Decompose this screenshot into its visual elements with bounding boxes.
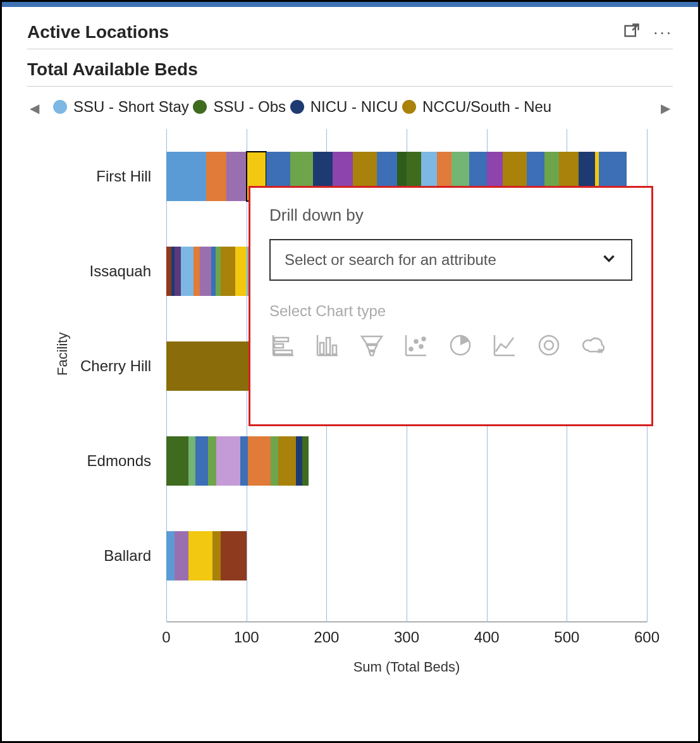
bar-segment[interactable] <box>302 436 309 486</box>
bar-segment[interactable] <box>278 436 296 486</box>
chart-type-pie-icon[interactable] <box>446 331 474 362</box>
y-tick-label: First Hill <box>96 168 151 185</box>
legend-item[interactable]: NCCU/South - Neu <box>402 98 551 116</box>
x-tick-label: 400 <box>474 629 500 646</box>
svg-marker-12 <box>362 336 382 344</box>
chart-type-donut-icon[interactable] <box>535 331 563 362</box>
x-axis-title: Sum (Total Beds) <box>166 659 647 675</box>
chart-title: Total Available Beds <box>27 59 673 80</box>
bar-row[interactable] <box>166 436 309 486</box>
bar-segment[interactable] <box>166 531 175 580</box>
bar-segment[interactable] <box>212 531 221 580</box>
legend-swatch <box>53 100 67 114</box>
chart-type-line-icon[interactable] <box>491 331 519 362</box>
legend-prev-icon[interactable]: ◀ <box>27 101 42 116</box>
bar-segment[interactable] <box>166 152 206 201</box>
x-axis-labels: 0100200300400500600 <box>166 629 647 654</box>
svg-rect-6 <box>274 350 292 354</box>
legend-label: NICU - NICU <box>310 98 398 116</box>
svg-rect-4 <box>274 338 288 341</box>
svg-point-18 <box>415 340 418 343</box>
bar-segment[interactable] <box>166 436 188 486</box>
bar-segment[interactable] <box>221 531 247 580</box>
chart-type-scatter-icon[interactable] <box>402 331 430 362</box>
svg-marker-14 <box>369 352 374 355</box>
report-card: Active Locations ··· Total Available Bed… <box>0 0 700 743</box>
chevron-down-icon <box>601 250 617 270</box>
bar-segment[interactable] <box>206 152 226 201</box>
svg-point-24 <box>539 336 558 355</box>
bar-segment[interactable] <box>181 247 193 296</box>
card-header: Active Locations ··· <box>27 22 673 49</box>
bar-segment[interactable] <box>166 247 171 296</box>
svg-rect-9 <box>320 343 324 354</box>
legend: ◀ SSU - Short Stay SSU - Obs NICU - NICU… <box>27 87 673 123</box>
bar-segment[interactable] <box>235 247 247 296</box>
bar-segment[interactable] <box>211 247 216 296</box>
y-tick-label: Issaquah <box>90 262 151 280</box>
legend-item[interactable]: SSU - Obs <box>193 98 286 116</box>
x-tick-label: 100 <box>234 629 259 646</box>
bar-segment[interactable] <box>221 247 235 296</box>
bar-segment[interactable] <box>200 247 211 296</box>
bar-segment[interactable] <box>271 436 279 486</box>
bar-segment[interactable] <box>208 436 216 486</box>
expand-icon[interactable] <box>623 22 641 42</box>
x-tick-label: 0 <box>162 629 170 646</box>
more-options-icon[interactable]: ··· <box>653 23 673 42</box>
chart-type-cloud-icon[interactable] <box>579 331 607 362</box>
chart-type-row <box>269 331 632 362</box>
bar-segment[interactable] <box>248 436 270 486</box>
svg-point-19 <box>420 345 423 348</box>
svg-rect-0 <box>625 26 636 36</box>
legend-item[interactable]: NICU - NICU <box>290 98 398 116</box>
chart-type-label: Select Chart type <box>269 302 632 320</box>
bar-segment[interactable] <box>296 436 302 486</box>
y-tick-label: Edmonds <box>87 452 151 470</box>
bar-segment[interactable] <box>175 247 181 296</box>
legend-swatch <box>290 100 304 114</box>
bar-segment[interactable] <box>226 152 247 201</box>
drill-down-title: Drill down by <box>269 206 632 225</box>
bar-segment[interactable] <box>240 436 249 486</box>
card-title: Active Locations <box>27 22 169 42</box>
legend-label: SSU - Short Stay <box>73 98 189 116</box>
x-tick-label: 500 <box>554 629 579 646</box>
svg-marker-13 <box>367 345 377 350</box>
y-tick-label: Ballard <box>104 547 151 565</box>
y-axis-labels: First HillIssaquahCherry HillEdmondsBall… <box>27 129 160 622</box>
x-tick-label: 300 <box>394 629 419 646</box>
bar-segment[interactable] <box>188 531 212 580</box>
svg-point-17 <box>410 348 413 351</box>
x-tick-label: 600 <box>634 629 660 646</box>
legend-label: SSU - Obs <box>213 98 286 116</box>
x-tick-label: 200 <box>314 629 339 646</box>
bar-segment[interactable] <box>193 247 200 296</box>
bar-segment[interactable] <box>216 436 240 486</box>
drill-down-attribute-select[interactable]: Select or search for an attribute <box>269 239 632 281</box>
svg-point-25 <box>544 341 553 350</box>
drill-down-placeholder: Select or search for an attribute <box>285 251 496 269</box>
bar-row[interactable] <box>166 531 247 580</box>
y-tick-label: Cherry Hill <box>80 357 151 375</box>
bar-segment[interactable] <box>175 531 189 580</box>
legend-item[interactable]: SSU - Short Stay <box>53 98 189 116</box>
chart-type-funnel-icon[interactable] <box>358 331 386 362</box>
legend-next-icon[interactable]: ▶ <box>658 101 673 116</box>
chart-type-horizontal-bar-icon[interactable] <box>269 331 297 362</box>
chart-type-vertical-bar-icon[interactable] <box>314 331 341 362</box>
legend-swatch <box>193 100 207 114</box>
svg-point-20 <box>422 338 426 341</box>
card-accent-bar <box>2 2 698 7</box>
svg-rect-11 <box>333 345 336 354</box>
legend-swatch <box>402 100 416 114</box>
svg-rect-10 <box>326 338 330 354</box>
bar-segment[interactable] <box>188 436 195 486</box>
card-subtitle-row: Total Available Beds <box>27 53 673 87</box>
legend-label: NCCU/South - Neu <box>422 98 551 116</box>
bar-segment[interactable] <box>195 436 208 486</box>
chart-area: Facility First HillIssaquahCherry HillEd… <box>27 129 673 698</box>
bar-segment[interactable] <box>216 247 221 296</box>
svg-rect-5 <box>274 344 283 348</box>
drill-down-popover: Drill down by Select or search for an at… <box>249 186 653 426</box>
